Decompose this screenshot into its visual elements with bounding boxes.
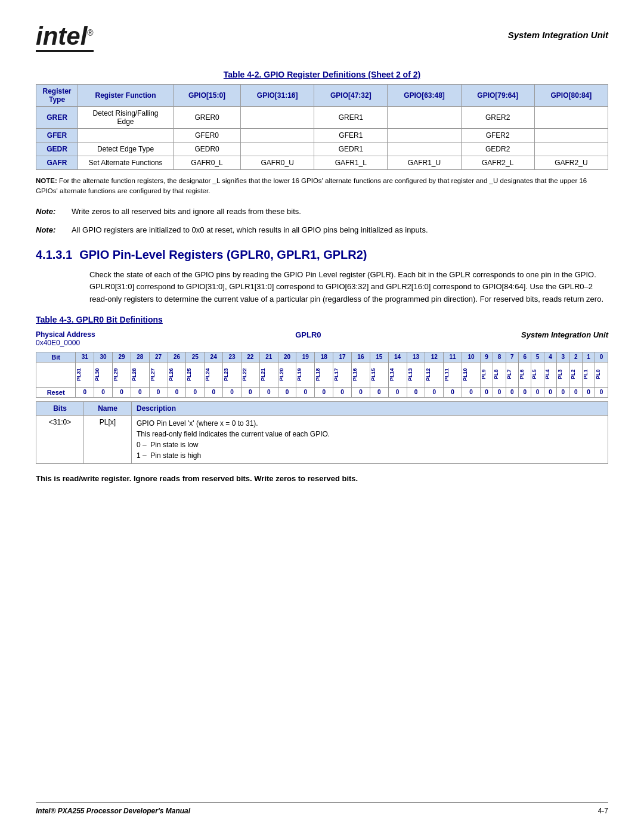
pl18-cell: PL18 bbox=[315, 362, 333, 387]
pl13-cell: PL13 bbox=[407, 362, 425, 387]
reg-func-gfer bbox=[78, 129, 174, 143]
reg-type-gfer: GFER bbox=[36, 129, 78, 143]
gafr-g150: GAFR0_L bbox=[174, 156, 241, 170]
reset-29: 0 bbox=[113, 387, 131, 397]
pl1-cell: PL1 bbox=[582, 362, 595, 387]
reset-23: 0 bbox=[223, 387, 242, 397]
table-row: GRER Detect Rising/FallingEdge GRER0 GRE… bbox=[36, 107, 608, 129]
company-unit: System Integration Unit bbox=[508, 24, 608, 40]
table2-title: Table 4-2. GPIO Register Definitions (Sh… bbox=[36, 70, 608, 79]
pl17-cell: PL17 bbox=[333, 362, 352, 387]
bit-17: 17 bbox=[333, 352, 352, 362]
reg-address: Physical Address 0x40E0_0000 bbox=[36, 330, 95, 347]
desc-row: <31:0> PL[x] GPIO Pin Level 'x' (where x… bbox=[36, 415, 608, 463]
col-gpio6348: GPIO[63:48] bbox=[388, 85, 461, 107]
bit-label-empty bbox=[36, 362, 76, 387]
page-footer: Intel® PXA255 Processor Developer's Manu… bbox=[36, 802, 608, 815]
bit-3: 3 bbox=[557, 352, 569, 362]
pl28-cell: PL28 bbox=[131, 362, 149, 387]
reset-15: 0 bbox=[370, 387, 388, 397]
pl0-cell: PL0 bbox=[595, 362, 608, 387]
bit-27: 27 bbox=[149, 352, 168, 362]
registered-mark: ® bbox=[87, 28, 93, 38]
reg-type-grer: GRER bbox=[36, 107, 78, 129]
reg-name: GPLR0 bbox=[295, 330, 321, 339]
reset-12: 0 bbox=[425, 387, 444, 397]
reset-row: Reset 0 0 0 0 0 0 0 0 0 0 0 0 0 0 0 0 bbox=[36, 387, 608, 397]
note-text-1: Write zeros to all reserved bits and ign… bbox=[72, 206, 301, 218]
bit-0: 0 bbox=[595, 352, 608, 362]
bit-6: 6 bbox=[519, 352, 531, 362]
grer-g4732: GRER1 bbox=[314, 107, 388, 129]
bit-23: 23 bbox=[223, 352, 242, 362]
bit-8: 8 bbox=[493, 352, 506, 362]
bit-22: 22 bbox=[241, 352, 259, 362]
pl20-cell: PL20 bbox=[278, 362, 296, 387]
grer-g7964: GRER2 bbox=[461, 107, 534, 129]
gedr-g3116 bbox=[241, 143, 314, 156]
table-row: GEDR Detect Edge Type GEDR0 GEDR1 GEDR2 bbox=[36, 143, 608, 156]
section-number: 4.1.3.1 bbox=[36, 248, 72, 262]
reset-20: 0 bbox=[278, 387, 296, 397]
reset-22: 0 bbox=[241, 387, 259, 397]
bit-29: 29 bbox=[113, 352, 131, 362]
bit-18: 18 bbox=[315, 352, 333, 362]
reset-4: 0 bbox=[544, 387, 556, 397]
section-title: GPIO Pin-Level Registers (GPLR0, GPLR1, … bbox=[79, 248, 367, 262]
reg-type-gafr: GAFR bbox=[36, 156, 78, 170]
reset-0: 0 bbox=[595, 387, 608, 397]
reg-unit: System Integration Unit bbox=[521, 330, 608, 339]
pl27-cell: PL27 bbox=[149, 362, 168, 387]
pl24-cell: PL24 bbox=[205, 362, 223, 387]
pl16-cell: PL16 bbox=[351, 362, 370, 387]
desc-col-description: Description bbox=[132, 401, 608, 415]
note-label-1: Note: bbox=[36, 206, 72, 218]
bit-1: 1 bbox=[582, 352, 595, 362]
col-gpio4732: GPIO[47:32] bbox=[314, 85, 388, 107]
pl21-cell: PL21 bbox=[259, 362, 278, 387]
reset-label: Reset bbox=[36, 387, 76, 397]
bit-4: 4 bbox=[544, 352, 556, 362]
pl19-cell: PL19 bbox=[296, 362, 315, 387]
section-heading: 4.1.3.1 GPIO Pin-Level Registers (GPLR0,… bbox=[36, 248, 608, 262]
section-body: Check the state of each of the GPIO pins… bbox=[89, 269, 608, 306]
bit-header-label: Bit bbox=[36, 352, 76, 362]
gedr-g4732: GEDR1 bbox=[314, 143, 388, 156]
bit-9: 9 bbox=[480, 352, 493, 362]
gpio-register-table: RegisterType Register Function GPIO[15:0… bbox=[36, 84, 608, 170]
reset-25: 0 bbox=[186, 387, 205, 397]
reg-func-gedr: Detect Edge Type bbox=[78, 143, 174, 156]
col-register-function: Register Function bbox=[78, 85, 174, 107]
reset-11: 0 bbox=[444, 387, 462, 397]
bit-26: 26 bbox=[168, 352, 186, 362]
desc-table: Bits Name Description <31:0> PL[x] GPIO … bbox=[36, 401, 608, 464]
pl3-cell: PL3 bbox=[557, 362, 569, 387]
pl26-cell: PL26 bbox=[168, 362, 186, 387]
col-gpio150: GPIO[15:0] bbox=[174, 85, 241, 107]
table2-note: NOTE: For the alternate function registe… bbox=[36, 176, 608, 197]
bit-2: 2 bbox=[569, 352, 582, 362]
desc-description: GPIO Pin Level 'x' (where x = 0 to 31). … bbox=[132, 415, 608, 463]
col-gpio3116: GPIO[31:16] bbox=[241, 85, 314, 107]
reg-func-gafr: Set Alternate Functions bbox=[78, 156, 174, 170]
gafr-g4732: GAFR1_L bbox=[314, 156, 388, 170]
reset-28: 0 bbox=[131, 387, 149, 397]
footer-left: Intel® PXA255 Processor Developer's Manu… bbox=[36, 807, 190, 815]
grer-g8084 bbox=[534, 107, 608, 129]
note-text-2: All GPIO registers are initialized to 0x… bbox=[72, 224, 428, 236]
gfer-g3116 bbox=[241, 129, 314, 143]
reset-3: 0 bbox=[557, 387, 569, 397]
pl14-cell: PL14 bbox=[388, 362, 407, 387]
addr-value: 0x40E0_0000 bbox=[36, 339, 95, 347]
addr-title: Physical Address bbox=[36, 330, 95, 339]
pl2-cell: PL2 bbox=[569, 362, 582, 387]
desc-col-bits: Bits bbox=[36, 401, 84, 415]
gedr-g7964: GEDR2 bbox=[461, 143, 534, 156]
note-item-1: Note: Write zeros to all reserved bits a… bbox=[36, 206, 608, 218]
gfer-g8084 bbox=[534, 129, 608, 143]
bit-table-container: Bit 31 30 29 28 27 26 25 24 23 22 21 20 … bbox=[36, 352, 608, 398]
gafr-g6348: GAFR1_U bbox=[388, 156, 461, 170]
pl11-cell: PL11 bbox=[444, 362, 462, 387]
reset-30: 0 bbox=[94, 387, 113, 397]
reset-19: 0 bbox=[296, 387, 315, 397]
